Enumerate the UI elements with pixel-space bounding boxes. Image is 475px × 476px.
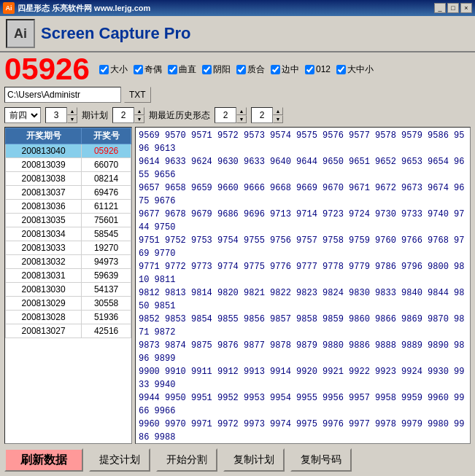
left-table-container[interactable]: 开奖期号 开奖号 2008130400592620081303966070200…	[4, 127, 132, 444]
checkbox-daxi-input[interactable]	[99, 65, 109, 74]
table-row[interactable]: 20081303159639	[6, 269, 131, 283]
refresh-button[interactable]: 刷新数据	[4, 448, 83, 472]
table-row[interactable]: 20081303661121	[6, 200, 131, 214]
cell-number: 30558	[82, 297, 131, 311]
table-row[interactable]: 20081302930558	[6, 297, 131, 311]
checkbox-quzhi-input[interactable]	[168, 65, 177, 74]
period-dropdown[interactable]: 前四 前三 后三 后四	[4, 107, 41, 123]
cell-number: 42516	[82, 324, 131, 338]
cell-period: 200813028	[6, 311, 82, 324]
cell-number: 54137	[82, 283, 131, 297]
checkbox-dazhongxiao-input[interactable]	[336, 65, 346, 74]
cell-period: 200813034	[6, 227, 82, 241]
spin1-btns: ▲ ▼	[67, 107, 77, 123]
checkbox-zhihe[interactable]: 质合	[236, 63, 265, 76]
content-line: 9900 9910 9911 9912 9913 9914 9920 9921 …	[139, 365, 467, 391]
cell-period: 200813040	[6, 144, 82, 158]
checkbox-quzhi[interactable]: 曲直	[168, 63, 196, 76]
checkbox-012[interactable]: 012	[305, 64, 331, 74]
table-row[interactable]: 20081303769476	[6, 186, 131, 200]
table-row[interactable]: 20081303319270	[6, 241, 131, 255]
table-row[interactable]: 20081302742516	[6, 324, 131, 338]
title-bar-controls[interactable]: _ □ ×	[434, 3, 472, 13]
content-line: 9614 9633 9624 9630 9633 9640 9644 9650 …	[139, 155, 467, 182]
table-row[interactable]: 20081303294973	[6, 255, 131, 269]
spin3: ▲ ▼	[215, 107, 247, 123]
content-line: 9960 9970 9971 9972 9973 9974 9975 9976 …	[139, 418, 467, 444]
checkbox-qiou-input[interactable]	[134, 65, 143, 74]
path-input[interactable]	[4, 87, 121, 103]
spin4-down[interactable]: ▼	[273, 115, 283, 123]
app-logo: Ai	[6, 19, 35, 48]
checkbox-qiou-label: 奇偶	[144, 63, 162, 76]
checkbox-yinyang[interactable]: 阴阳	[202, 63, 231, 76]
content-line: 9751 9752 9753 9754 9755 9756 9757 9758 …	[139, 234, 467, 260]
middle-area: 开奖期号 开奖号 2008130400592620081303966070200…	[4, 127, 471, 444]
close-button[interactable]: ×	[460, 3, 472, 13]
right-content-area[interactable]: 9569 9570 9571 9572 9573 9574 9575 9576 …	[135, 127, 471, 444]
spin3-down[interactable]: ▼	[236, 115, 247, 123]
spin4-up[interactable]: ▲	[273, 107, 283, 115]
checkbox-dazhongxiao[interactable]: 大中小	[336, 63, 374, 76]
checkbox-yinyang-input[interactable]	[202, 65, 212, 74]
cell-period: 200813029	[6, 297, 82, 311]
spin2-input[interactable]	[112, 107, 134, 123]
spin2-up[interactable]: ▲	[134, 107, 144, 115]
controls-row: 前四 前三 后三 后四 ▲ ▼ 期计划 ▲ ▼ 期最近历史形态 ▲ ▼	[4, 106, 471, 124]
spin1: ▲ ▼	[45, 107, 77, 123]
spin2-down[interactable]: ▼	[134, 115, 144, 123]
checkboxes-group: 大小 奇偶 曲直 阴阳 质合 边中	[99, 63, 374, 76]
checkbox-qiou[interactable]: 奇偶	[134, 63, 162, 76]
content-line: 9771 9772 9773 9774 9775 9776 9777 9778 …	[139, 260, 467, 286]
copy-num-button[interactable]: 复制号码	[290, 448, 352, 472]
title-bar-text: 四星形态 乐亮软件网 www.lerjg.com	[18, 3, 150, 14]
cell-period: 200813027	[6, 324, 82, 338]
cell-period: 200813038	[6, 172, 82, 186]
checkbox-daxi[interactable]: 大小	[99, 63, 128, 76]
checkbox-zhihe-input[interactable]	[236, 65, 246, 74]
app-icon: Ai	[3, 2, 15, 14]
cell-period: 200813030	[6, 283, 82, 297]
submit-button[interactable]: 提交计划	[89, 448, 150, 472]
checkbox-bianzhong-input[interactable]	[271, 65, 280, 74]
cell-number: 59639	[82, 269, 131, 283]
table-row[interactable]: 20081302851936	[6, 311, 131, 324]
right-text: 9569 9570 9571 9572 9573 9574 9575 9576 …	[139, 129, 467, 444]
content-line: 9873 9874 9875 9876 9877 9878 9879 9880 …	[139, 339, 467, 365]
col-header-period: 开奖期号	[6, 128, 82, 144]
cell-number: 58545	[82, 227, 131, 241]
spin3-up[interactable]: ▲	[236, 107, 247, 115]
table-row[interactable]: 20081304005926	[6, 144, 131, 158]
table-row[interactable]: 20081303966070	[6, 158, 131, 172]
table-row[interactable]: 20081303054137	[6, 283, 131, 297]
spin4-input[interactable]	[251, 107, 273, 123]
maximize-button[interactable]: □	[447, 3, 459, 13]
cell-number: 75601	[82, 214, 131, 227]
cell-number: 19270	[82, 241, 131, 255]
spin2: ▲ ▼	[112, 107, 144, 123]
label-lishi: 期最近历史形态	[149, 109, 210, 122]
cell-period: 200813033	[6, 241, 82, 255]
split-button[interactable]: 开始分割	[156, 448, 217, 472]
col-header-number: 开奖号	[82, 128, 131, 144]
top-row: 05926 大小 奇偶 曲直 阴阳 质合	[4, 55, 471, 83]
table-row[interactable]: 20081303458545	[6, 227, 131, 241]
copy-plan-button[interactable]: 复制计划	[223, 448, 285, 472]
cell-number: 94973	[82, 255, 131, 269]
content-line: 9677 9678 9679 9686 9696 9713 9714 9723 …	[139, 208, 467, 234]
path-row: TXT	[4, 86, 471, 104]
spin1-up[interactable]: ▲	[67, 107, 77, 115]
table-row[interactable]: 20081303808214	[6, 172, 131, 186]
txt-button[interactable]: TXT	[124, 87, 151, 103]
content-line: 9944 9950 9951 9952 9953 9954 9955 9956 …	[139, 391, 467, 418]
checkbox-bianzhong[interactable]: 边中	[271, 63, 299, 76]
spin2-btns: ▲ ▼	[134, 107, 144, 123]
checkbox-012-input[interactable]	[305, 65, 314, 74]
spin1-down[interactable]: ▼	[67, 115, 77, 123]
data-table: 开奖期号 开奖号 2008130400592620081303966070200…	[5, 128, 131, 338]
table-row[interactable]: 20081303575601	[6, 214, 131, 227]
spin3-input[interactable]	[215, 107, 236, 123]
minimize-button[interactable]: _	[434, 3, 446, 13]
spin1-input[interactable]	[45, 107, 67, 123]
title-bar-left: Ai 四星形态 乐亮软件网 www.lerjg.com	[3, 2, 150, 14]
